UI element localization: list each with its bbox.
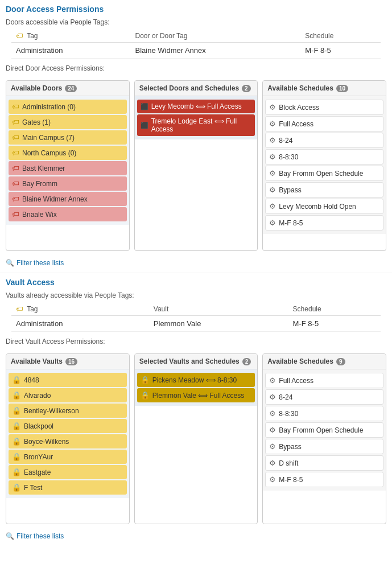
item-label: Pickens Meadow ⟺ 8-8:30 (152, 376, 237, 384)
schedule-label: 8-24 (279, 137, 292, 145)
vault-icon: 🔒 (12, 437, 21, 446)
item-label: Bast Klemmer (22, 164, 65, 172)
list-item[interactable]: 🔒4848 (9, 373, 127, 387)
schedule-item[interactable]: ⚙8-24 (265, 133, 383, 148)
item-label: Blackpool (24, 422, 53, 430)
item-label: Bnaale Wix (22, 211, 57, 219)
vault-tag-icon: 🏷 (16, 305, 23, 313)
col-schedule: Schedule (300, 30, 381, 43)
list-item[interactable]: 🏷Administration (0) (9, 100, 127, 114)
door-schedules-panel: Available Schedules 10 ⚙Block Access⚙Ful… (262, 80, 386, 251)
vault-icon: 🔒 (12, 483, 21, 492)
selected-doors-panel: Selected Doors and Schedules 2 ⬛Levy Mec… (134, 80, 258, 251)
schedule-item[interactable]: ⚙Bay Fromm Open Schedule (265, 422, 383, 438)
available-vaults-badge: 16 (65, 358, 77, 365)
list-item[interactable]: 🔒BronYAur (9, 450, 127, 464)
available-doors-content: 🏷Administration (0)🏷Gates (1)🏷Main Campu… (6, 96, 129, 225)
schedule-item[interactable]: ⚙Bay Fromm Open Schedule (265, 166, 383, 181)
selected-vaults-header: Selected Vaults and Schedules 2 (135, 354, 258, 369)
list-item[interactable]: 🏷Bay Fromm (9, 176, 127, 191)
tag-icon: 🏷 (12, 179, 19, 188)
selected-doors-title: Selected Doors and Schedules (139, 84, 239, 92)
schedule-icon: ⚙ (269, 442, 276, 451)
schedule-item[interactable]: ⚙8-24 (265, 389, 383, 405)
item-label: Tremelo Lodge East ⟺ Full Access (151, 117, 252, 133)
schedule-label: 8-24 (279, 393, 292, 401)
tag-cell: Administration (11, 43, 131, 59)
item-label: Alvarado (24, 392, 51, 400)
list-item[interactable]: 🏷Gates (1) (9, 115, 127, 129)
schedule-item[interactable]: ⚙Block Access (265, 100, 383, 115)
schedule-item[interactable]: ⚙Bypass (265, 182, 383, 197)
vault-tag-table-wrapper: 🏷 Tag Vault Schedule AdministrationPlemm… (0, 303, 392, 332)
table-row: AdministrationPlemmon ValeM-F 8-5 (11, 316, 381, 332)
door-filter-text: Filter these lists (16, 259, 64, 267)
list-item[interactable]: 🔒Alvarado (9, 388, 127, 402)
vault-icon: 🔒 (12, 422, 21, 430)
door-schedules-content: ⚙Block Access⚙Full Access⚙8-24⚙8-8:30⚙Ba… (263, 96, 386, 234)
list-item[interactable]: 🔒Boyce-Wilkens (9, 434, 127, 448)
schedule-item[interactable]: ⚙Bypass (265, 439, 383, 454)
door-filter-link[interactable]: 🔍 Filter these lists (0, 256, 392, 270)
schedule-item[interactable]: ⚙8-8:30 (265, 149, 383, 164)
schedule-label: M-F 8-5 (279, 476, 303, 484)
schedule-item[interactable]: ⚙Full Access (265, 116, 383, 131)
vault-cell: Plemmon Vale (149, 316, 288, 332)
door-selected-icon: ⬛ (141, 103, 148, 110)
item-label: Administration (0) (22, 103, 76, 111)
list-item[interactable]: ⬛Tremelo Lodge East ⟺ Full Access (137, 114, 255, 136)
schedule-item[interactable]: ⚙Levy Mecomb Hold Open (265, 199, 383, 214)
schedule-label: Block Access (279, 104, 319, 112)
schedule-icon: ⚙ (269, 409, 276, 418)
schedule-label: M-F 8-5 (279, 219, 303, 227)
schedule-icon: ⚙ (269, 219, 276, 227)
list-item[interactable]: 🔒Blackpool (9, 419, 127, 433)
list-item[interactable]: 🔒Plemmon Vale ⟺ Full Access (137, 388, 255, 402)
item-label: Eastgate (24, 468, 51, 476)
vault-icon: 🔒 (12, 468, 21, 476)
list-item[interactable]: 🏷Blaine Widmer Annex (9, 192, 127, 206)
door-schedules-badge: 10 (336, 85, 348, 92)
list-item[interactable]: 🔒Eastgate (9, 465, 127, 479)
vault-filter-link[interactable]: 🔍 Filter these lists (0, 529, 392, 544)
available-vaults-panel: Available Vaults 16 🔒4848🔒Alvarado🔒Bentl… (6, 353, 130, 524)
door-cell: Blaine Widmer Annex (131, 43, 301, 59)
door-panels-row: Available Doors 24 🏷Administration (0)🏷G… (0, 76, 392, 256)
tag-icon: 🏷 (12, 210, 19, 219)
list-item[interactable]: 🔒Pickens Meadow ⟺ 8-8:30 (137, 373, 255, 387)
list-item[interactable]: 🔒F Test (9, 480, 127, 495)
list-item[interactable]: 🔒Bentley-Wilkerson (9, 404, 127, 418)
filter-icon: 🔍 (6, 259, 14, 267)
list-item[interactable]: 🏷Bnaale Wix (9, 207, 127, 221)
direct-vault-label: Direct Vault Access Permissions: (0, 332, 392, 349)
vault-selected-icon: 🔒 (141, 391, 150, 400)
vault-schedules-content: ⚙Full Access⚙8-24⚙8-8:30⚙Bay Fromm Open … (263, 369, 386, 491)
tag-icon: 🏷 (12, 118, 19, 126)
selected-vaults-panel: Selected Vaults and Schedules 2 🔒Pickens… (134, 353, 258, 524)
direct-door-label: Direct Door Access Permissions: (0, 59, 392, 76)
vault-tag-table: 🏷 Tag Vault Schedule AdministrationPlemm… (11, 303, 381, 332)
schedule-item[interactable]: ⚙Full Access (265, 373, 383, 388)
schedule-item[interactable]: ⚙8-8:30 (265, 406, 383, 421)
available-vaults-header: Available Vaults 16 (6, 354, 129, 369)
list-item[interactable]: ⬛Levy Mecomb ⟺ Full Access (137, 100, 255, 113)
item-label: BronYAur (24, 453, 53, 461)
vault-section-title: Vault Access (0, 273, 392, 289)
schedule-item[interactable]: ⚙D shift (265, 455, 383, 471)
col-tag: 🏷 Tag (11, 30, 131, 43)
schedule-item[interactable]: ⚙M-F 8-5 (265, 215, 383, 231)
schedule-icon: ⚙ (269, 475, 276, 484)
schedule-icon: ⚙ (269, 426, 276, 434)
schedule-label: Levy Mecomb Hold Open (279, 203, 356, 211)
list-item[interactable]: 🏷North Campus (0) (9, 146, 127, 160)
list-item[interactable]: 🏷Main Campus (7) (9, 130, 127, 145)
schedule-icon: ⚙ (269, 136, 276, 145)
list-item[interactable]: 🏷Bast Klemmer (9, 161, 127, 175)
vault-schedules-header: Available Schedules 9 (263, 354, 386, 369)
item-label: Main Campus (7) (22, 134, 75, 142)
schedule-item[interactable]: ⚙M-F 8-5 (265, 472, 383, 487)
vault-selected-icon: 🔒 (141, 376, 150, 384)
tag-icon: 🏷 (12, 102, 19, 111)
tag-cell: Administration (11, 316, 149, 332)
col-door: Door or Door Tag (131, 30, 301, 43)
